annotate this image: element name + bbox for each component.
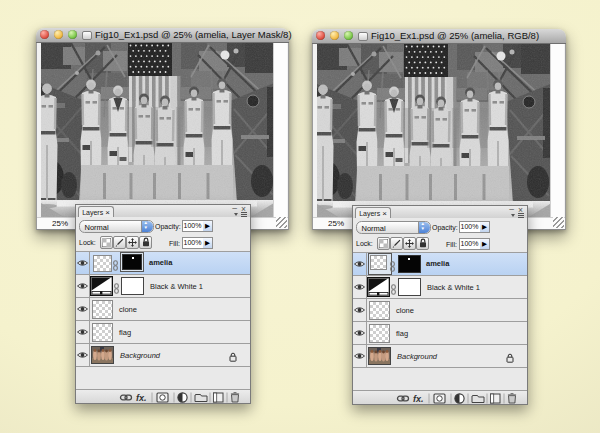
- svg-text:fx.: fx.: [136, 393, 147, 403]
- svg-text:fx.: fx.: [413, 394, 424, 404]
